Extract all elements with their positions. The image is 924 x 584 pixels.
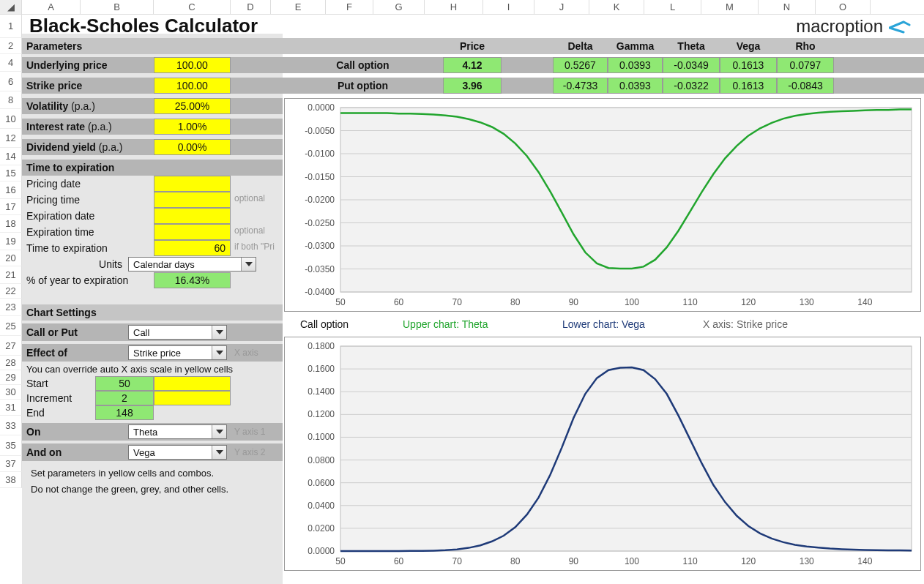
end-auto: 148	[95, 405, 154, 420]
andon-combo[interactable]: Vega	[128, 445, 227, 460]
call-delta: 0.5267	[553, 57, 608, 73]
underlying-input[interactable]: 100.00	[154, 57, 231, 73]
col-header-M[interactable]: M	[701, 0, 759, 14]
svg-text:50: 50	[335, 556, 346, 566]
svg-text:0.1400: 0.1400	[308, 386, 335, 397]
on-hint: Y axis 1	[231, 427, 265, 437]
row-header-27[interactable]: 27	[0, 336, 22, 356]
svg-text:-0.0200: -0.0200	[305, 195, 335, 205]
put-rho: -0.0843	[777, 78, 834, 94]
units-label: Units	[22, 256, 127, 272]
strike-input[interactable]: 100.00	[154, 78, 231, 94]
chart-settings-header: Chart Settings	[22, 304, 283, 321]
call-gamma: 0.0393	[608, 57, 663, 73]
row-header-14[interactable]: 14	[0, 148, 22, 165]
row-header-37[interactable]: 37	[0, 456, 22, 472]
caption-lower: Lower chart: Vega	[562, 318, 645, 330]
col-header-D[interactable]: D	[231, 0, 271, 14]
svg-text:0.1600: 0.1600	[308, 364, 335, 374]
start-override[interactable]	[154, 376, 231, 391]
pct-output: 16.43%	[154, 272, 231, 288]
on-combo[interactable]: Theta	[128, 424, 227, 439]
col-header-N[interactable]: N	[759, 0, 816, 14]
svg-text:100: 100	[625, 556, 639, 566]
svg-text:100: 100	[625, 297, 639, 307]
row-header-4[interactable]: 4	[0, 54, 22, 72]
svg-text:70: 70	[452, 556, 463, 566]
row-header-19[interactable]: 19	[0, 233, 22, 250]
row-header-15[interactable]: 15	[0, 165, 22, 181]
call-price: 4.12	[443, 57, 502, 73]
row-header-10[interactable]: 10	[0, 109, 22, 129]
row-header-20[interactable]: 20	[0, 250, 22, 266]
select-all-corner[interactable]: ◢	[0, 0, 22, 14]
rate-label: Interest rate (p.a.)	[22, 119, 154, 135]
call-rho: 0.0797	[777, 57, 834, 73]
col-header-K[interactable]: K	[589, 0, 644, 14]
row-header-38[interactable]: 38	[0, 472, 22, 488]
div-input[interactable]: 0.00%	[154, 139, 231, 155]
chevron-down-icon	[212, 346, 226, 359]
exp-date-label: Expiration date	[22, 208, 154, 224]
pricing-time-input[interactable]	[154, 192, 231, 208]
row-header-33[interactable]: 33	[0, 416, 22, 435]
rate-input[interactable]: 1.00%	[154, 119, 231, 135]
col-gamma: Gamma	[608, 38, 663, 54]
tte-input[interactable]: 60	[154, 240, 231, 256]
row-header-6[interactable]: 6	[0, 72, 22, 91]
underlying-label: Underlying price	[22, 57, 154, 73]
on-label: On	[22, 423, 127, 441]
row-header-1[interactable]: 1	[0, 15, 22, 38]
row-header-2[interactable]: 2	[0, 38, 22, 54]
caption-call: Call option	[300, 318, 349, 330]
callput-combo[interactable]: Call	[128, 325, 227, 340]
col-header-G[interactable]: G	[373, 0, 425, 14]
row6-gap	[231, 78, 283, 94]
col-header-O[interactable]: O	[816, 0, 871, 14]
row-header-23[interactable]: 23	[0, 299, 22, 316]
row-header-12[interactable]: 12	[0, 129, 22, 148]
col-header-J[interactable]: J	[534, 0, 589, 14]
row-header-16[interactable]: 16	[0, 181, 22, 199]
svg-text:120: 120	[741, 556, 756, 566]
put-price: 3.96	[443, 78, 502, 94]
row-header-18[interactable]: 18	[0, 215, 22, 233]
row-header-8[interactable]: 8	[0, 91, 22, 109]
row-header-29[interactable]: 29	[0, 370, 22, 385]
svg-rect-29	[340, 346, 912, 551]
row-header-22[interactable]: 22	[0, 284, 22, 299]
row-header-25[interactable]: 25	[0, 316, 22, 336]
col-vega: Vega	[720, 38, 777, 54]
exp-time-input[interactable]	[154, 224, 231, 240]
row-header-31[interactable]: 31	[0, 400, 22, 416]
vol-input[interactable]: 25.00%	[154, 98, 231, 114]
col-header-E[interactable]: E	[271, 0, 326, 14]
row-header-28[interactable]: 28	[0, 356, 22, 370]
row-header-17[interactable]: 17	[0, 199, 22, 215]
note2: Do not change the green, grey, and other…	[22, 482, 283, 496]
exp-date-input[interactable]	[154, 208, 231, 224]
svg-text:130: 130	[800, 297, 814, 307]
svg-text:60: 60	[394, 556, 404, 566]
svg-text:60: 60	[394, 297, 404, 307]
svg-text:-0.0150: -0.0150	[305, 172, 335, 182]
col-header-H[interactable]: H	[425, 0, 483, 14]
col-header-C[interactable]: C	[154, 0, 231, 14]
pricing-date-input[interactable]	[154, 176, 231, 192]
row-header-30[interactable]: 30	[0, 385, 22, 400]
exp-time-hint: optional	[231, 225, 265, 236]
caption-xaxis: X axis: Strike price	[703, 318, 788, 330]
col-header-I[interactable]: I	[483, 0, 534, 14]
col-header-F[interactable]: F	[326, 0, 373, 14]
incr-override[interactable]	[154, 391, 231, 405]
row-header-21[interactable]: 21	[0, 266, 22, 284]
put-vega: 0.1613	[720, 78, 777, 94]
svg-text:-0.0350: -0.0350	[305, 264, 335, 274]
effect-combo[interactable]: Strike price	[128, 345, 227, 360]
col-header-A[interactable]: A	[22, 0, 81, 14]
row-header-35[interactable]: 35	[0, 435, 22, 456]
units-combo[interactable]: Calendar days	[128, 257, 256, 272]
col-header-L[interactable]: L	[644, 0, 701, 14]
chevron-down-icon	[212, 446, 226, 459]
col-header-B[interactable]: B	[81, 0, 154, 14]
